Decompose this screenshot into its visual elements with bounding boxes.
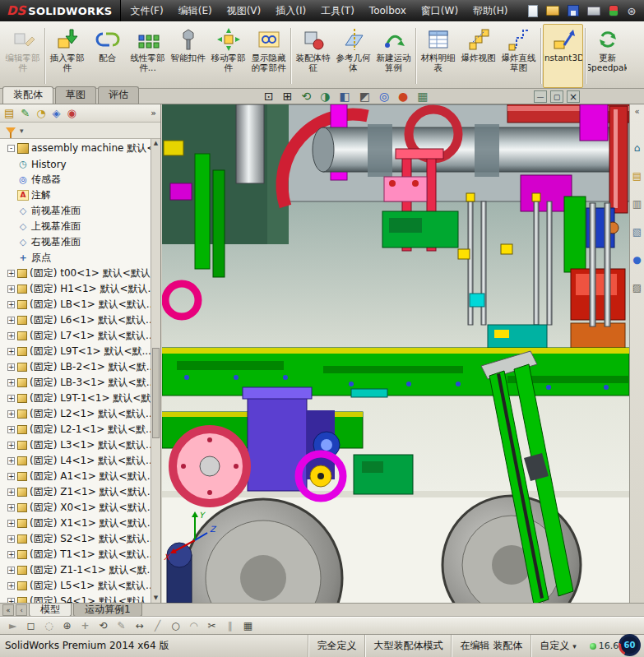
mirror-icon[interactable]: [222, 618, 238, 633]
show-hidden-components-button[interactable]: 显示隐藏的零部件: [248, 24, 289, 88]
expand-caret[interactable]: +: [7, 348, 15, 355]
index-wheel[interactable]: [173, 429, 247, 503]
tree-item[interactable]: 上视基准面: [2, 219, 151, 234]
file-explorer-icon[interactable]: [632, 199, 642, 209]
expand-caret[interactable]: [7, 192, 15, 199]
expand-caret[interactable]: +: [7, 363, 15, 371]
menu-item[interactable]: 文件(F): [123, 0, 170, 21]
tree-item[interactable]: History: [2, 156, 151, 172]
dimxpert-tab-icon[interactable]: [53, 108, 61, 118]
expand-caret[interactable]: [7, 223, 15, 230]
zoom-area-icon[interactable]: [283, 90, 293, 102]
tree-item[interactable]: + (固定) Z1<1> 默认<默认...: [2, 484, 151, 500]
instant3d-button[interactable]: Instant3D: [543, 24, 583, 88]
smart-fasteners-button[interactable]: 智能扣件: [168, 24, 208, 88]
custom-properties-icon[interactable]: [632, 283, 642, 293]
expand-caret[interactable]: +: [7, 379, 15, 386]
assembly-features-button[interactable]: 装配体特征: [293, 24, 333, 88]
view-orientation-icon[interactable]: [339, 90, 350, 102]
expand-caret[interactable]: [7, 176, 15, 183]
menu-item[interactable]: 插入(I): [268, 0, 313, 21]
tree-item[interactable]: + (固定) L7<1> 默认<默认...: [2, 328, 151, 344]
graphics-viewport[interactable]: X Y Z: [162, 104, 629, 603]
displaymanager-tab-icon[interactable]: [67, 108, 76, 118]
expand-caret[interactable]: +: [7, 332, 15, 340]
tree-item[interactable]: + (固定) L6<1> 默认<默认...: [2, 312, 151, 328]
tree-item[interactable]: + (固定) LB<1> 默认<默认...: [2, 297, 151, 312]
expand-caret[interactable]: [7, 207, 15, 215]
display-style-icon[interactable]: [359, 90, 370, 102]
tree-item[interactable]: + (固定) L4<1> 默认<默认...: [2, 453, 151, 469]
expand-caret[interactable]: +: [7, 285, 15, 293]
select-icon[interactable]: [5, 618, 21, 633]
tree-item[interactable]: + (固定) L2-1<1> 默认<默...: [2, 422, 151, 437]
bill-of-materials-button[interactable]: 材料明细表: [418, 24, 458, 88]
tree-item[interactable]: 传感器: [2, 172, 151, 187]
tab-scroll-prev-icon[interactable]: ‹: [16, 604, 27, 616]
tree-scrollbar[interactable]: ▲ ▼: [151, 139, 160, 603]
previous-view-icon[interactable]: [301, 90, 311, 102]
scrollbar-thumb[interactable]: [152, 348, 160, 438]
tree-item[interactable]: + (固定) X1<1> 默认<默认...: [2, 516, 151, 531]
3d-model-canvas[interactable]: X Y Z: [162, 104, 629, 603]
restore-icon[interactable]: [550, 90, 563, 103]
expand-caret[interactable]: +: [7, 395, 15, 402]
expand-caret[interactable]: +: [7, 442, 15, 449]
command-tab[interactable]: 草图: [55, 86, 96, 104]
panel-overflow-icon[interactable]: »: [151, 108, 156, 118]
sketch-icon[interactable]: [114, 618, 129, 633]
scroll-down-icon[interactable]: ▼: [151, 594, 160, 603]
move-component-button[interactable]: 移动零部件: [208, 24, 248, 88]
expand-caret[interactable]: +: [7, 520, 15, 527]
menu-item[interactable]: 视图(V): [220, 0, 269, 21]
appearances-icon[interactable]: [632, 255, 641, 265]
menu-item[interactable]: Toolbox: [362, 0, 414, 21]
tree-item[interactable]: 注解: [2, 187, 151, 203]
propertymanager-tab-icon[interactable]: [21, 108, 30, 118]
expand-caret[interactable]: +: [7, 457, 15, 465]
featuremanager-tab-icon[interactable]: [4, 108, 14, 118]
custom-dropdown-icon[interactable]: ▾: [572, 642, 577, 650]
pattern-icon[interactable]: [240, 618, 256, 633]
tree-item[interactable]: + (固定) L3<1> 默认<默认...: [2, 437, 151, 453]
expand-caret[interactable]: -: [7, 145, 15, 152]
task-pane-collapse-icon[interactable]: «: [634, 107, 639, 116]
custom-dropdown[interactable]: 自定义▾: [530, 635, 585, 657]
minimize-icon[interactable]: [534, 90, 547, 103]
tree-item[interactable]: + (固定) X0<1> 默认<默认...: [2, 500, 151, 516]
tree-item[interactable]: + (固定) L9T<1> 默认<默...: [2, 344, 151, 359]
options-icon[interactable]: [627, 4, 636, 17]
view-palette-icon[interactable]: [632, 227, 642, 237]
tree-item[interactable]: 原点: [2, 250, 151, 266]
edit-component-button[interactable]: 编辑零部件: [2, 24, 43, 88]
hide-show-icon[interactable]: [379, 90, 389, 102]
bottom-left-fixture[interactable]: [167, 543, 192, 603]
home-icon[interactable]: [634, 143, 641, 153]
expand-caret[interactable]: +: [7, 535, 15, 543]
circle-icon[interactable]: [168, 618, 183, 633]
tree-item[interactable]: + (固定) L5<1> 默认<默认...: [2, 578, 151, 594]
expand-caret[interactable]: +: [7, 567, 15, 574]
tree-item[interactable]: + (固定) Z1-1<1> 默认<默...: [2, 562, 151, 578]
scroll-up-icon[interactable]: ▲: [151, 139, 160, 148]
command-tab[interactable]: 评估: [98, 86, 139, 104]
explode-line-sketch-button[interactable]: 爆炸直线草图: [498, 24, 539, 88]
exploded-view-button[interactable]: 爆炸视图: [458, 24, 498, 88]
rotate-view-icon[interactable]: [95, 618, 111, 633]
expand-caret[interactable]: +: [7, 301, 15, 308]
open-folder-icon[interactable]: [546, 6, 559, 16]
insert-component-button[interactable]: 插入零部件: [47, 24, 87, 88]
update-speedpak-button[interactable]: 更新 Speedpak: [587, 24, 628, 88]
zoom-icon[interactable]: [59, 618, 75, 633]
line-icon[interactable]: [150, 618, 165, 633]
expand-caret[interactable]: +: [7, 426, 15, 433]
expand-caret[interactable]: +: [7, 504, 15, 511]
trim-icon[interactable]: [204, 618, 220, 633]
tree-item[interactable]: 右视基准面: [2, 234, 151, 250]
tree-item[interactable]: + (固定) L9T-1<1> 默认<默...: [2, 391, 151, 406]
pan-icon[interactable]: [77, 618, 93, 633]
command-tab[interactable]: 装配体: [2, 86, 53, 104]
tree-item[interactable]: + (固定) LB-2<1> 默认<默...: [2, 359, 151, 375]
tree-item[interactable]: + (固定) H1<1> 默认<默认...: [2, 281, 151, 297]
new-document-icon[interactable]: [528, 5, 538, 17]
